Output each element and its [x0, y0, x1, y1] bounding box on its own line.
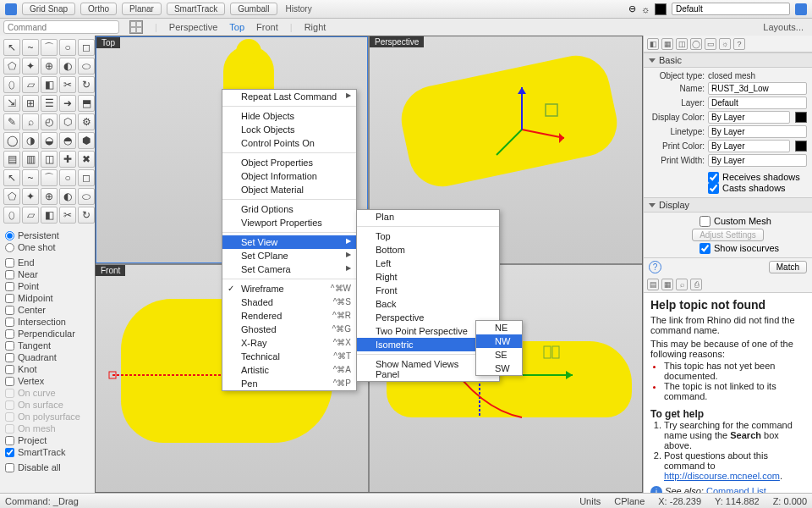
search-icon[interactable]: ⌕ [676, 279, 688, 290]
menu-item[interactable]: Top [357, 229, 499, 243]
osnap-point[interactable]: Point [5, 281, 90, 291]
tool-button[interactable]: ◯ [3, 132, 20, 149]
tool-button[interactable]: ◐ [59, 58, 76, 75]
tool-button[interactable]: ⬭ [78, 58, 95, 75]
print-icon[interactable]: ⎙ [690, 279, 702, 290]
oneshot-radio[interactable]: One shot [5, 242, 90, 252]
tool-button[interactable]: ⇲ [3, 95, 20, 112]
menu-item[interactable]: Control Points On [222, 136, 356, 150]
tool-button[interactable]: ⌒ [41, 39, 58, 56]
menu-item[interactable]: Repeat Last Command [222, 90, 356, 103]
tool-button[interactable]: ▥ [22, 151, 39, 168]
menu-item[interactable]: NE [476, 321, 522, 334]
cube-icon[interactable]: ◫ [676, 38, 688, 50]
menu-item[interactable]: Wireframe^⌘W [222, 282, 356, 295]
menu-item[interactable]: Shaded^⌘S [222, 295, 356, 309]
tool-button[interactable]: ↖ [3, 169, 20, 186]
receives-shadows-check[interactable]: Receives shadows [708, 172, 807, 183]
menu-item[interactable]: Left [357, 257, 499, 270]
menu-item[interactable]: X-Ray^⌘X [222, 336, 356, 350]
context-menu[interactable]: Repeat Last CommandHide ObjectsLock Obje… [222, 89, 357, 391]
tool-button[interactable]: ◻ [78, 39, 95, 56]
layer-color-swatch[interactable] [655, 3, 667, 15]
tool-button[interactable]: ⬯ [3, 207, 20, 224]
show-isocurves-check[interactable]: Show isocurves [700, 243, 807, 254]
tab-front[interactable]: Front [256, 22, 278, 32]
osnap-knot[interactable]: Knot [5, 364, 90, 374]
display-icon[interactable]: ▭ [705, 38, 716, 50]
menu-item[interactable]: SW [476, 362, 522, 375]
planar-button[interactable]: Planar [122, 3, 162, 15]
disable-all-check[interactable]: Disable all [5, 462, 90, 472]
menu-item[interactable]: Artistic^⌘A [222, 363, 356, 377]
book-icon[interactable]: ▤ [647, 279, 659, 290]
tool-button[interactable]: ✚ [59, 151, 76, 168]
tool-button[interactable]: ✦ [22, 188, 39, 205]
menu-item[interactable]: Pen^⌘P [222, 377, 356, 390]
tool-button[interactable]: ⊞ [22, 95, 39, 112]
osnap-near[interactable]: Near [5, 269, 90, 279]
sun-icon[interactable]: ☼ [719, 38, 731, 50]
tool-button[interactable]: ⌒ [41, 169, 58, 186]
tool-button[interactable]: ⬠ [3, 188, 20, 205]
tool-button[interactable]: ◫ [41, 151, 58, 168]
command-list-link[interactable]: Command List [706, 486, 766, 493]
props-icon[interactable]: ◧ [647, 38, 659, 50]
prop-row[interactable]: Print Width:By Layer [649, 154, 807, 167]
tool-button[interactable]: ◴ [41, 113, 58, 130]
tool-button[interactable]: ↻ [78, 76, 95, 93]
history-label[interactable]: History [286, 4, 312, 14]
gumball-gizmo[interactable] [471, 79, 573, 163]
tool-button[interactable]: ✦ [22, 58, 39, 75]
osnap-midpoint[interactable]: Midpoint [5, 293, 90, 303]
menu-item[interactable]: Right [357, 270, 499, 284]
index-icon[interactable]: ▦ [661, 279, 673, 290]
menu-item[interactable]: Object Information [222, 169, 356, 183]
tool-button[interactable]: ~ [22, 169, 39, 186]
osnap-end[interactable]: End [5, 257, 90, 268]
cplane-label[interactable]: CPlane [614, 496, 645, 506]
osnap-quadrant[interactable]: Quadrant [5, 352, 90, 362]
tool-button[interactable]: ○ [59, 39, 76, 56]
menu-item[interactable]: Object Properties [222, 156, 356, 169]
tool-button[interactable]: ⬭ [78, 188, 95, 205]
custom-mesh-check[interactable]: Custom Mesh [700, 216, 807, 227]
four-view-icon[interactable] [129, 20, 143, 34]
command-input[interactable] [3, 20, 119, 34]
tool-button[interactable]: ✎ [3, 113, 20, 130]
display-header[interactable]: Display [644, 197, 812, 213]
osnap-perpendicular[interactable]: Perpendicular [5, 329, 90, 339]
layouts-link[interactable]: Layouts... [763, 22, 804, 32]
menu-item[interactable]: NW [476, 334, 522, 348]
tool-button[interactable]: ⬒ [78, 95, 95, 112]
prop-row[interactable]: Display Color:By Layer [649, 111, 807, 124]
help-icon[interactable]: ? [733, 38, 745, 50]
menu-item[interactable]: SE [476, 348, 522, 362]
basic-header[interactable]: Basic [644, 52, 812, 68]
menu-item[interactable]: Lock Objects [222, 123, 356, 136]
isometric-submenu[interactable]: NENWSESW [475, 320, 523, 376]
discourse-link[interactable]: http://discourse.mcneel.com [664, 471, 780, 481]
tool-button[interactable]: ○ [59, 169, 76, 186]
sun-icon[interactable]: ☼ [641, 4, 650, 14]
tool-button[interactable]: ⌕ [22, 113, 39, 130]
help-badge-icon[interactable]: ? [649, 261, 661, 273]
tool-button[interactable]: ⊕ [41, 58, 58, 75]
osnap-intersection[interactable]: Intersection [5, 317, 90, 327]
menu-item[interactable]: Ghosted^⌘G [222, 323, 356, 336]
osnap-tangent[interactable]: Tangent [5, 340, 90, 351]
menu-item[interactable]: Bottom [357, 243, 499, 257]
menu-item[interactable]: Technical^⌘T [222, 350, 356, 363]
osnap-center[interactable]: Center [5, 305, 90, 315]
match-button[interactable]: Match [769, 261, 807, 273]
gridsnap-button[interactable]: Grid Snap [22, 3, 75, 15]
tool-button[interactable]: ⬯ [3, 76, 20, 93]
tool-button[interactable]: ◑ [22, 132, 39, 149]
menu-item[interactable]: Back [357, 297, 499, 311]
menu-item[interactable]: Set CPlane [222, 249, 356, 262]
tab-perspective[interactable]: Perspective [169, 22, 217, 32]
lock-icon[interactable]: ⊖ [628, 3, 636, 14]
tool-button[interactable]: ◻ [78, 169, 95, 186]
tool-button[interactable]: ◐ [59, 188, 76, 205]
osnap-vertex[interactable]: Vertex [5, 376, 90, 386]
